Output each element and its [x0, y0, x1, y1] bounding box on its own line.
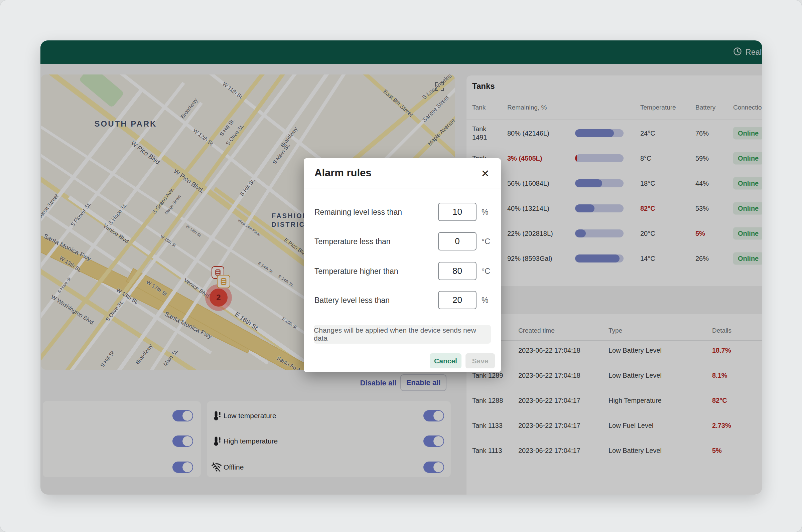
alarm-rules-dialog: Alarm rules ✕ Remaining level less than%…	[304, 158, 501, 372]
rule-unit: °C	[482, 266, 490, 276]
rule-row: Remaining level less than%	[304, 203, 501, 221]
rule-value-input[interactable]	[438, 291, 477, 309]
rule-label: Battery level less than	[314, 296, 390, 305]
save-button[interactable]: Save	[466, 353, 495, 368]
screenshot-frame: Realt W Pico Blvd.W Pico Blvd.E Pico Blv…	[0, 0, 802, 532]
rule-row: Temperature less than°C	[304, 232, 501, 250]
dialog-divider	[304, 188, 501, 188]
close-icon[interactable]: ✕	[480, 168, 491, 179]
rule-label: Remaining level less than	[314, 207, 402, 216]
cancel-button[interactable]: Cancel	[430, 353, 462, 368]
dialog-title: Alarm rules	[314, 167, 372, 179]
rule-row: Temperature higher than°C	[304, 262, 501, 280]
dialog-note: Changes will be applied when the device …	[314, 325, 491, 344]
rule-value-input[interactable]	[438, 203, 477, 221]
rule-unit: %	[482, 296, 488, 305]
app-window: Realt W Pico Blvd.W Pico Blvd.E Pico Blv…	[40, 40, 762, 495]
rule-unit: °C	[482, 237, 490, 246]
rule-value-input[interactable]	[438, 262, 477, 280]
rule-label: Temperature less than	[314, 237, 391, 246]
rule-unit: %	[482, 207, 488, 216]
rule-row: Battery level less than%	[304, 291, 501, 309]
rule-value-input[interactable]	[438, 232, 477, 250]
rule-label: Temperature higher than	[314, 266, 398, 276]
